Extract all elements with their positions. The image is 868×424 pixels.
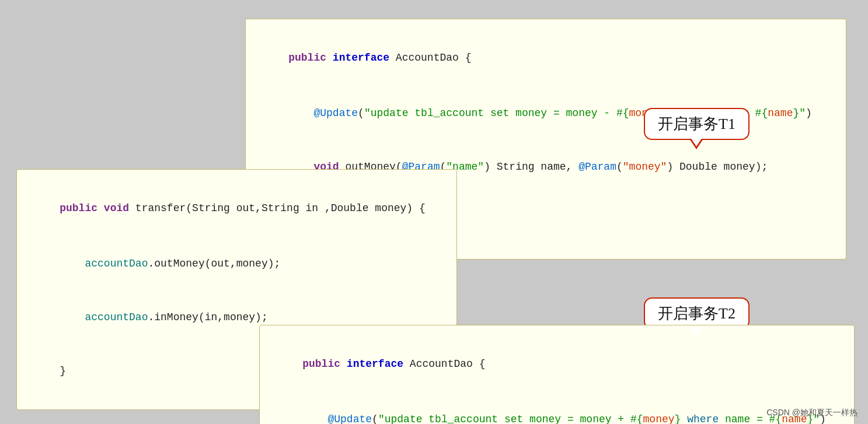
code-line: public interface AccountDao { (263, 31, 828, 85)
label-t1-text: 开启事务T1 (658, 115, 735, 132)
label-t2-text: 开启事务T2 (658, 305, 735, 322)
code-line: @Update("update tbl_account set money = … (277, 393, 836, 424)
code-line: public interface AccountDao { (277, 337, 836, 391)
code-block-3: public interface AccountDao { @Update("u… (259, 325, 855, 424)
code-line: accountDao.outMoney(out,money); (34, 237, 439, 291)
label-t1: 开启事务T1 (644, 108, 750, 140)
watermark: CSDN @她和夏天一样热 (766, 408, 857, 418)
code-line: public void transfer(String out,String i… (34, 181, 439, 235)
